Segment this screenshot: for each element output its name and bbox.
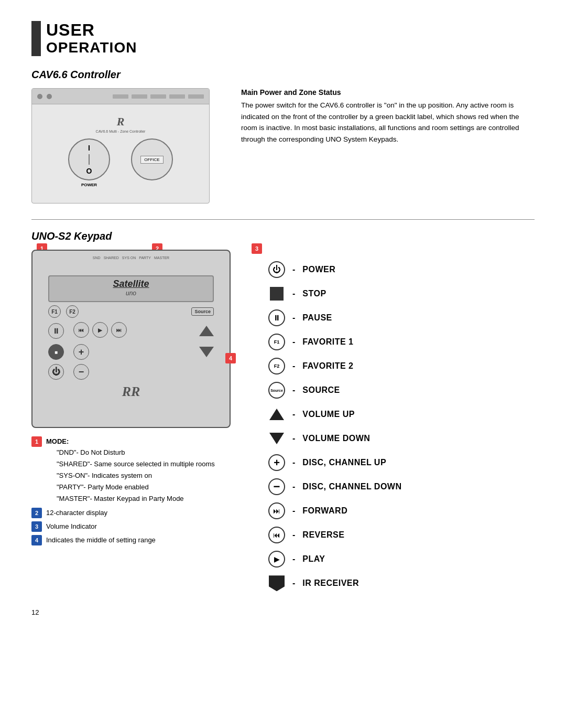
note-2-text: 12-character display [46,508,252,518]
header-bar [31,21,41,56]
mode-master: MASTER [154,256,169,260]
play-label-text: PLAY [302,554,325,564]
note-1-title: MODE: [46,437,69,445]
controller-body: R CAV6.6 Multi - Zone Controller I O POW… [32,104,209,204]
fav1-label-text: FAVORITE 1 [302,337,353,347]
f2-icon-shape: F2 [267,357,286,376]
ctrl-dot-1 [37,94,42,99]
kp-power-btn[interactable]: ⏻ [48,364,64,380]
pause-icon: ⏸ [268,309,285,326]
kp-plus-btn[interactable]: + [73,344,89,360]
kp-disc-plus: + [73,344,89,360]
discup-icon-shape: + [267,453,286,472]
badge-4: 4 [225,353,236,363]
volup-icon-shape [267,405,286,424]
header-line1: USER [46,21,137,39]
pause-icon-shape: ⏸ [267,308,286,327]
icon-row-fav2: F2 - FAVORITE 2 [267,357,535,376]
power-circle-group: I O POWER [68,138,110,187]
power-o: O [86,167,92,175]
power-i: I [88,144,90,152]
play-icon: ▶ [268,551,285,568]
cav-desc-text: The power switch for the CAV6.6 controll… [241,100,535,145]
power-circle: I O [68,138,110,180]
power-divider [89,154,90,165]
controller-logo: R [37,115,204,129]
office-label: OFFICE [140,156,163,164]
fav2-label-text: FAVORITE 2 [302,361,353,371]
volup-label-text: VOLUME UP [302,410,355,419]
forward-icon: ⏭ [268,502,285,519]
note-3: 3 Volume Indicator [31,521,252,532]
circles-row: I O POWER OFFICE [37,138,204,187]
discdown-icon-shape: − [267,477,286,496]
f2-icon: F2 [268,358,285,374]
keypad-wrapper: 1 2 3 SND SHARED SYS ON PARTY MASTER Sat… [31,250,252,428]
kp-row-1: F1 F2 Source [48,305,214,318]
icon-row-forward: ⏭ - FORWARD [267,501,535,520]
icon-row-discup: + - DISC, CHANNEL UP [267,453,535,472]
icon-row-fav1: F1 - FAVORITE 1 [267,333,535,351]
uno-title: UNO-S2 Keypad [31,230,535,242]
voldown-icon [269,433,284,444]
kp-minus-btn[interactable]: − [73,364,89,380]
note-4: 4 Indicates the middle of setting range [31,535,252,545]
discdown-label-text: DISC, CHANNEL DOWN [302,482,401,491]
kp-f1-btn[interactable]: F1 [48,305,61,318]
forward-label-text: FORWARD [302,506,347,516]
uno-right: ⏻ - POWER - STOP ⏸ - PAUSE [267,250,535,593]
kp-row-4: ⏻ − [48,364,214,380]
cav-description: Main Power and Zone Status The power swi… [241,88,535,145]
mode-snd: SND [93,256,101,260]
kp-source-btn[interactable]: Source [191,307,214,316]
kp-stop-btn[interactable]: ■ [48,344,64,360]
kp-f2-btn[interactable]: F2 [66,305,79,318]
icon-row-discdown: − - DISC, CHANNEL DOWN [267,477,535,496]
source-icon: Source [268,382,285,399]
kp-play-btn[interactable]: ▶ [92,322,108,338]
mode-party: PARTY [139,256,151,260]
reverse-icon: ⏮ [268,527,285,543]
note-1-sub: "DND"- Do Not Disturb "SHARED"- Same sou… [57,447,252,505]
vol-down-icon[interactable] [199,347,214,357]
ir-icon-shape [267,574,286,593]
note-1-sub-2: "SHARED"- Same source selected in multip… [57,458,252,470]
note-1-badge: 1 [31,436,42,447]
kp-row-3: ■ + [48,344,214,360]
kp-pause-btn[interactable]: ⏸ [48,323,64,339]
kp-prev-btn[interactable]: ⏮ [73,322,89,338]
kp-buttons-area: F1 F2 Source ⏸ ⏮ ▶ ⏭ [38,305,224,380]
pause-label-text: PAUSE [302,313,332,323]
keypad-illustration: SND SHARED SYS ON PARTY MASTER Satellite… [31,250,231,428]
header-line2: OPERATION [46,39,137,56]
uno-left: 1 2 3 SND SHARED SYS ON PARTY MASTER Sat… [31,250,252,549]
note-1: 1 MODE: "DND"- Do Not Disturb "SHARED"- … [31,436,252,505]
badge-3: 3 [252,243,262,254]
note-1-sub-1: "DND"- Do Not Disturb [57,447,252,458]
cav-title: CAV6.6 Controller [31,69,535,81]
f1-icon: F1 [268,334,285,350]
controller-top-bar [32,89,209,104]
source-label-text: SOURCE [302,386,340,395]
power-label-text: POWER [302,265,335,274]
kp-logo: RR [38,384,224,400]
icon-row-volup: - VOLUME UP [267,405,535,424]
note-1-text: MODE: "DND"- Do Not Disturb "SHARED"- Sa… [46,436,252,505]
vol-up-icon[interactable] [199,326,214,336]
ctrl-dot-2 [47,94,52,99]
controller-illustration: R CAV6.6 Multi - Zone Controller I O POW… [31,88,210,204]
source-display: Satellite [53,279,209,290]
note-2: 2 12-character display [31,508,252,518]
icon-row-source: Source - SOURCE [267,381,535,400]
icon-row-ir: - IR RECEIVER [267,574,535,593]
mode-syson: SYS ON [122,256,136,260]
discdown-icon: − [268,478,285,495]
reverse-label-text: REVERSE [302,530,344,540]
icon-row-voldown: - VOLUME DOWN [267,429,535,448]
kp-row-2: ⏸ ⏮ ▶ ⏭ [48,322,214,340]
cav-desc-title: Main Power and Zone Status [241,88,535,97]
kp-next-btn[interactable]: ⏭ [111,322,127,338]
icon-row-power: ⏻ - POWER [267,260,535,279]
voldown-icon-shape [267,429,286,448]
note-4-text: Indicates the middle of setting range [46,535,252,545]
